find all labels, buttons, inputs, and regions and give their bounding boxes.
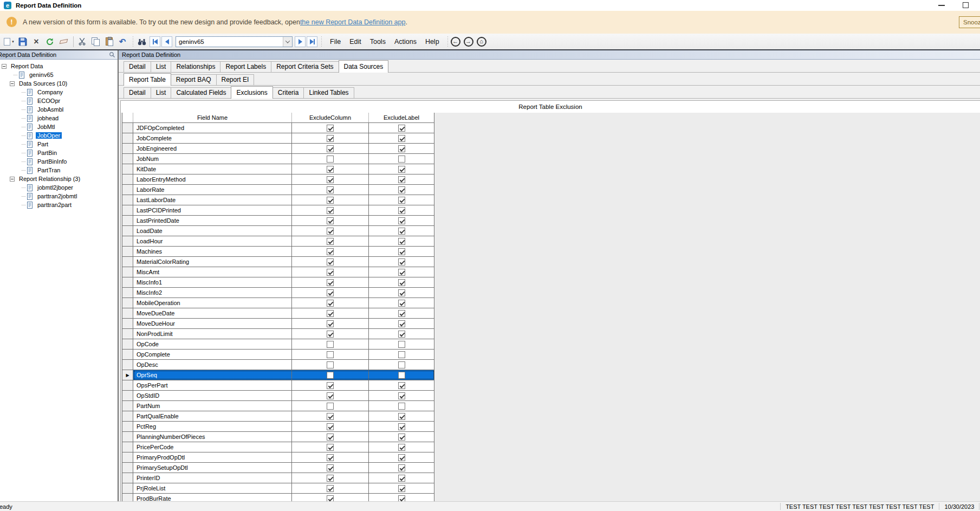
tab-relationships[interactable]: Relationships — [171, 61, 220, 72]
grid-row-lastprinteddate[interactable]: LastPrintedDate — [122, 216, 434, 226]
row-selector-cell[interactable] — [122, 452, 133, 462]
exclude-label-checkbox[interactable] — [398, 403, 405, 410]
field-name-cell[interactable]: MoveDueDate — [133, 308, 292, 318]
new-app-link[interactable]: the new Report Data Definition app — [300, 18, 406, 26]
exclude-column-checkbox[interactable] — [327, 464, 334, 471]
field-name-cell[interactable]: PrjRoleList — [133, 483, 292, 493]
exclude-label-checkbox[interactable] — [398, 310, 405, 317]
exclude-label-checkbox[interactable] — [398, 186, 405, 193]
grid-row-jdfopcompleted[interactable]: JDFOpCompleted — [122, 123, 434, 133]
menu-file[interactable]: File — [330, 38, 341, 46]
exclude-label-checkbox[interactable] — [398, 176, 405, 183]
exclude-column-checkbox[interactable] — [327, 135, 334, 142]
row-selector-cell[interactable] — [122, 216, 133, 225]
grid-row-pctreg[interactable]: PctReg — [122, 422, 434, 432]
field-name-cell[interactable]: PartNum — [133, 401, 292, 411]
column-header-field-name[interactable]: Field Name — [133, 113, 292, 122]
next-record-button[interactable] — [295, 36, 306, 47]
tab-report-table[interactable]: Report Table — [124, 73, 171, 86]
field-name-cell[interactable]: OpCode — [133, 339, 292, 349]
grid-row-moveduehour[interactable]: MoveDueHour — [122, 319, 434, 329]
grid-row-machines[interactable]: Machines — [122, 247, 434, 257]
row-selector-cell[interactable] — [122, 411, 133, 421]
exclude-label-checkbox[interactable] — [398, 485, 405, 492]
exclude-column-checkbox[interactable] — [327, 351, 334, 358]
field-name-cell[interactable]: OpsPerPart — [133, 380, 292, 390]
tab-detail[interactable]: Detail — [124, 87, 151, 98]
tree-item-jobmtl2jboper[interactable]: jobmtl2jboper — [0, 183, 118, 192]
tree-item-report-data[interactable]: Report Data — [0, 62, 118, 70]
field-name-cell[interactable]: PctReg — [133, 422, 292, 431]
exclude-column-checkbox[interactable] — [327, 403, 334, 410]
grid-row-printerid[interactable]: PrinterID — [122, 473, 434, 483]
tree-expander-icon[interactable] — [10, 81, 15, 86]
exclude-column-checkbox[interactable] — [327, 392, 334, 399]
grid-row-kitdate[interactable]: KitDate — [122, 164, 434, 174]
row-selector-cell[interactable] — [122, 257, 133, 267]
menu-tools[interactable]: Tools — [370, 38, 386, 46]
clear-button[interactable] — [57, 36, 69, 48]
row-selector-cell[interactable] — [122, 174, 133, 184]
exclude-column-checkbox[interactable] — [327, 176, 334, 183]
maximize-button[interactable] — [963, 2, 969, 8]
field-name-cell[interactable]: JDFOpCompleted — [133, 123, 292, 133]
field-name-cell[interactable]: LastPCIDPrinted — [133, 205, 292, 215]
row-selector-cell[interactable] — [122, 494, 133, 501]
grid-row-prodburrate[interactable]: ProdBurRate — [122, 494, 434, 501]
exclude-column-checkbox[interactable] — [327, 207, 334, 214]
exclude-label-checkbox[interactable] — [398, 444, 405, 451]
field-name-cell[interactable]: ProdBurRate — [133, 494, 292, 501]
field-name-cell[interactable]: LastLaborDate — [133, 195, 292, 205]
exclude-label-checkbox[interactable] — [398, 382, 405, 389]
tree-item-parttran2jobmtl[interactable]: parttran2jobmtl — [0, 192, 118, 200]
tab-report-labels[interactable]: Report Labels — [220, 61, 271, 72]
row-selector-cell[interactable] — [122, 339, 133, 349]
previous-record-button[interactable] — [161, 36, 172, 47]
exclude-label-checkbox[interactable] — [398, 423, 405, 430]
row-selector-cell[interactable] — [122, 226, 133, 236]
field-name-cell[interactable]: PartQualEnable — [133, 411, 292, 421]
exclude-label-checkbox[interactable] — [398, 269, 405, 276]
grid-row-miscamt[interactable]: MiscAmt — [122, 267, 434, 277]
grid-row-miscinfo1[interactable]: MiscInfo1 — [122, 277, 434, 288]
field-name-cell[interactable]: MiscInfo2 — [133, 288, 292, 297]
grid-row-loaddate[interactable]: LoadDate — [122, 226, 434, 236]
row-selector-cell[interactable] — [122, 236, 133, 246]
exclude-column-checkbox[interactable] — [327, 289, 334, 296]
grid-row-opdesc[interactable]: OpDesc — [122, 360, 434, 370]
grid-row-lastpcidprinted[interactable]: LastPCIDPrinted — [122, 205, 434, 216]
exclude-column-checkbox[interactable] — [327, 372, 334, 379]
field-name-cell[interactable]: MaterialColorRating — [133, 257, 292, 267]
exclude-label-checkbox[interactable] — [398, 166, 405, 173]
row-selector-cell[interactable] — [122, 277, 133, 287]
exclude-column-checkbox[interactable] — [327, 320, 334, 327]
row-selector-cell[interactable] — [122, 432, 133, 442]
tab-list[interactable]: List — [151, 87, 172, 98]
tab-report-baq[interactable]: Report BAQ — [171, 74, 217, 85]
refresh-button[interactable] — [44, 36, 56, 48]
forward-button[interactable]: → — [464, 37, 473, 47]
grid-row-pricepercode[interactable]: PricePerCode — [122, 442, 434, 452]
exclude-label-checkbox[interactable] — [398, 495, 405, 502]
row-selector-cell[interactable] — [122, 329, 133, 339]
exclude-column-checkbox[interactable] — [327, 258, 334, 266]
tree-item-part[interactable]: Part — [0, 140, 118, 148]
grid-row-opcomplete[interactable]: OpComplete — [122, 350, 434, 360]
exclude-label-checkbox[interactable] — [398, 135, 405, 142]
tab-exclusions[interactable]: Exclusions — [231, 86, 272, 99]
exclude-column-checkbox[interactable] — [327, 279, 334, 286]
field-name-cell[interactable]: PrimarySetupOpDtl — [133, 463, 292, 473]
exclude-column-checkbox[interactable] — [327, 495, 334, 502]
field-name-cell[interactable]: JobComplete — [133, 133, 292, 143]
exclude-label-checkbox[interactable] — [398, 320, 405, 327]
tree-item-geninv65[interactable]: geninv65 — [0, 70, 118, 79]
exclude-column-checkbox[interactable] — [327, 475, 334, 482]
exclude-label-checkbox[interactable] — [398, 361, 405, 368]
grid-row-miscinfo2[interactable]: MiscInfo2 — [122, 288, 434, 298]
last-record-button[interactable] — [307, 36, 317, 47]
column-header-exclude-label[interactable]: ExcludeLabel — [369, 113, 434, 122]
tree-item-parttran2part[interactable]: parttran2part — [0, 200, 118, 209]
grid-row-primaryprodopdtl[interactable]: PrimaryProdOpDtl — [122, 452, 434, 463]
exclude-label-checkbox[interactable] — [398, 289, 405, 296]
row-selector-cell[interactable] — [122, 473, 133, 483]
